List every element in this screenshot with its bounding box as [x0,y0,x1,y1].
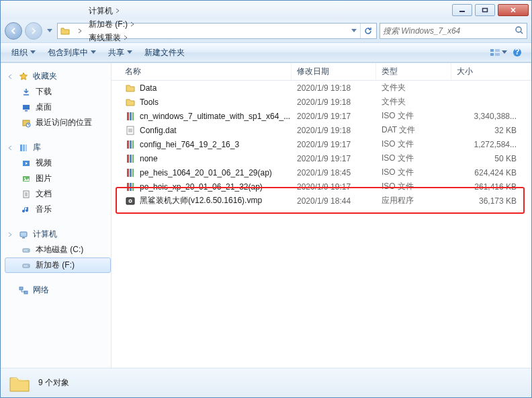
include-library-button[interactable]: 包含到库中 [42,45,101,60]
history-dropdown[interactable] [45,22,54,40]
sidebar-item-video[interactable]: 视频 [5,155,111,171]
titlebar [1,1,531,19]
recent-icon [21,118,32,128]
folder-icon [125,83,136,93]
file-row[interactable]: pe_heis_1064_20_01_06_21_29(ap)2020/1/9 … [112,165,531,180]
col-size[interactable]: 大小 [451,63,531,80]
star-icon [18,71,29,82]
sidebar-item-fdrive[interactable]: 新加卷 (F:) [5,257,111,273]
iso-icon [125,153,136,164]
svg-rect-35 [132,155,134,163]
minimize-button[interactable] [452,4,472,16]
svg-rect-26 [127,112,129,120]
sidebar-item-desktop[interactable]: 桌面 [5,100,111,115]
iso-icon [125,167,136,178]
svg-rect-40 [130,183,132,191]
svg-rect-33 [127,155,129,163]
music-icon [21,204,32,215]
svg-rect-18 [20,232,27,237]
cdrive-icon [21,245,32,255]
svg-point-16 [24,177,26,179]
video-icon [21,158,32,169]
nav-bar: 计算机新加卷 (F:)离线重装Windows_7_x64 [1,19,531,42]
svg-rect-11 [20,145,22,151]
file-row[interactable]: Data2020/1/9 19:18文件夹 [112,81,531,95]
svg-rect-3 [490,49,494,52]
content-area: 名称 修改日期 类型 大小 Data2020/1/9 19:18文件夹Tools… [112,63,531,368]
file-row[interactable]: Config.dat2020/1/9 19:18DAT 文件32 KB [112,123,531,137]
fdrive-icon [21,260,32,271]
sidebar-favorites[interactable]: 收藏夹 [5,69,111,84]
share-button[interactable]: 共享 [103,45,138,60]
maximize-button[interactable] [475,4,495,16]
file-row[interactable]: pe_heis_xp_20_01_06_21_32(ap)2020/1/9 19… [112,180,531,194]
svg-rect-36 [127,169,129,177]
svg-rect-41 [132,183,134,191]
address-dropdown[interactable] [349,22,359,40]
sidebar-item-recent[interactable]: 最近访问的位置 [5,115,111,130]
file-row[interactable]: Tools2020/1/9 19:18文件夹 [112,95,531,109]
file-row[interactable]: 黑鲨装机大师(v12.6.50.1616).vmp2020/1/9 18:44应… [112,194,531,208]
sidebar-network[interactable]: 网络 [5,282,111,298]
folder-icon [59,25,71,37]
search-box[interactable] [380,23,527,39]
file-list[interactable]: Data2020/1/9 19:18文件夹Tools2020/1/9 19:18… [112,81,531,368]
sidebar-computer[interactable]: 计算机 [5,227,111,242]
refresh-button[interactable] [360,24,375,38]
network-icon [18,285,29,296]
svg-point-21 [28,249,29,251]
search-input[interactable] [383,26,512,36]
file-row[interactable]: config_hei_764_19_2_16_32020/1/9 19:17IS… [112,137,531,151]
body: 收藏夹 下载桌面最近访问的位置 库 视频图片文档音乐 计算机 本地磁盘 (C:)… [1,63,531,368]
close-button[interactable] [498,4,529,16]
column-headers: 名称 修改日期 类型 大小 [112,63,531,81]
svg-rect-1 [483,9,488,12]
iso-icon [125,139,136,150]
svg-rect-38 [132,169,134,177]
toolbar: 组织 包含到库中 共享 新建文件夹 ? [1,42,531,63]
help-icon[interactable]: ? [508,45,526,60]
sidebar-libraries[interactable]: 库 [5,140,111,155]
downloads-icon [21,87,32,97]
search-icon [515,26,524,37]
svg-rect-34 [130,155,132,163]
svg-rect-4 [490,53,494,56]
svg-rect-8 [25,110,28,112]
svg-rect-13 [26,145,27,151]
sidebar-item-downloads[interactable]: 下载 [5,84,111,100]
svg-rect-28 [132,112,134,120]
view-button[interactable] [490,45,507,60]
svg-rect-37 [130,169,132,177]
breadcrumb-1[interactable]: 新加卷 (F:) [86,17,157,31]
file-row[interactable]: none2020/1/9 19:17ISO 文件50 KB [112,151,531,165]
sidebar-item-documents[interactable]: 文档 [5,186,111,202]
col-type[interactable]: 类型 [376,63,451,80]
sidebar-item-pictures[interactable]: 图片 [5,171,111,186]
sidebar-item-music[interactable]: 音乐 [5,202,111,217]
svg-rect-32 [132,141,134,149]
back-button[interactable] [5,22,22,40]
address-bar[interactable]: 计算机新加卷 (F:)离线重装Windows_7_x64 [57,23,377,39]
svg-rect-31 [130,141,132,149]
file-row[interactable]: cn_windows_7_ultimate_with_sp1_x64_...20… [112,109,531,123]
folder-icon [7,371,32,395]
svg-rect-19 [22,237,25,239]
col-date[interactable]: 修改日期 [292,63,376,80]
breadcrumb-0[interactable]: 计算机 [86,4,157,17]
forward-button[interactable] [25,22,42,40]
iso-icon [125,111,136,122]
sidebar-item-cdrive[interactable]: 本地磁盘 (C:) [5,242,111,257]
crumb-sep-root[interactable] [73,24,85,38]
dat-icon [125,125,136,136]
desktop-icon [21,102,32,113]
svg-rect-27 [130,112,132,120]
library-icon [18,143,29,153]
documents-icon [21,189,32,200]
organize-button[interactable]: 组织 [6,45,41,60]
svg-point-44 [130,200,131,202]
svg-rect-30 [127,141,129,149]
sidebar: 收藏夹 下载桌面最近访问的位置 库 视频图片文档音乐 计算机 本地磁盘 (C:)… [1,63,112,368]
col-name[interactable]: 名称 [120,63,292,80]
newfolder-button[interactable]: 新建文件夹 [139,45,190,60]
pictures-icon [21,173,32,184]
